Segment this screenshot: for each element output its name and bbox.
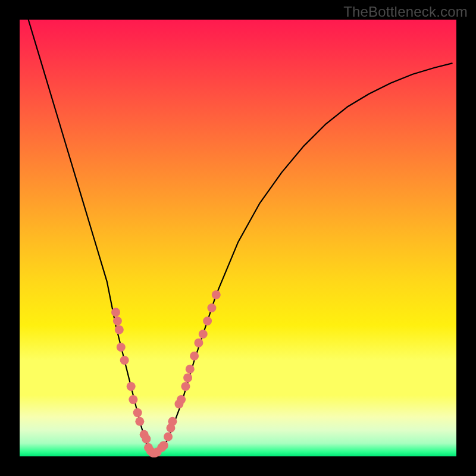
curve-layer bbox=[20, 20, 456, 456]
data-marker bbox=[181, 382, 190, 391]
plot-area bbox=[20, 20, 456, 456]
data-marker bbox=[120, 356, 129, 365]
chart-container: TheBottleneck.com bbox=[0, 0, 476, 476]
data-marker bbox=[133, 408, 142, 417]
data-marker bbox=[183, 373, 192, 382]
bottleneck-curve bbox=[29, 20, 452, 454]
data-marker bbox=[113, 317, 122, 325]
data-marker bbox=[111, 308, 120, 317]
data-marker bbox=[159, 441, 168, 450]
data-marker bbox=[199, 330, 208, 339]
data-marker bbox=[194, 339, 203, 347]
data-marker bbox=[164, 432, 173, 441]
data-marker bbox=[207, 303, 216, 312]
data-marker bbox=[135, 417, 144, 426]
watermark-label: TheBottleneck.com bbox=[343, 4, 468, 20]
data-marker bbox=[168, 417, 177, 426]
data-marker bbox=[117, 343, 126, 352]
data-marker bbox=[115, 325, 124, 334]
data-marker bbox=[142, 434, 151, 443]
data-marker bbox=[177, 395, 186, 404]
data-marker bbox=[203, 317, 212, 325]
data-marker bbox=[190, 352, 199, 361]
data-marker bbox=[127, 382, 136, 391]
data-marker bbox=[186, 365, 195, 374]
data-marker bbox=[212, 290, 221, 299]
data-marker bbox=[129, 395, 137, 404]
